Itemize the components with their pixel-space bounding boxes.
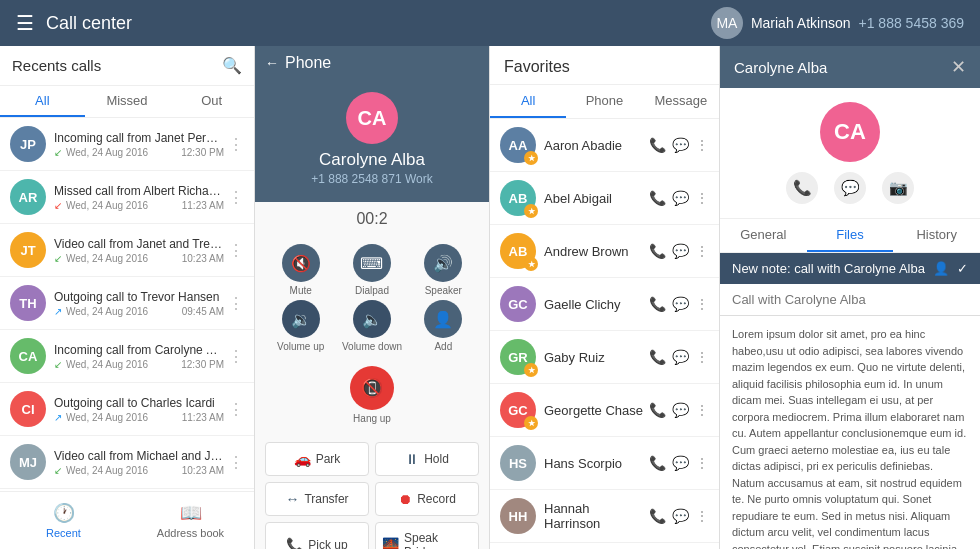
park-button[interactable]: 🚗 Park (265, 442, 369, 476)
fav-chat-icon[interactable]: 💬 (672, 508, 689, 524)
volume-down-button[interactable]: 🔈 Volume down (338, 300, 405, 352)
mute-button[interactable]: 🔇 Mute (267, 244, 334, 296)
call-item[interactable]: TH Outgoing call to Trevor Hansen ↗ Wed,… (0, 277, 254, 330)
detail-tab-files[interactable]: Files (807, 219, 894, 252)
fav-phone-icon[interactable]: 📞 (649, 455, 666, 471)
tab-missed[interactable]: Missed (85, 86, 170, 117)
transfer-button[interactable]: ↔ Transfer (265, 482, 369, 516)
fav-item[interactable]: AB ★ Abel Abigail 📞 💬 ⋮ (490, 172, 719, 225)
fav-item[interactable]: CA Carolyne Alba 📞 💬 ⋮ (490, 543, 719, 549)
call-item[interactable]: CI Outgoing call to Charles Icardi ↗ Wed… (0, 383, 254, 436)
call-meta: ↗ Wed, 24 Aug 2016 11:23 AM (54, 412, 224, 423)
hangup-button[interactable]: 📵 Hang up (350, 366, 394, 424)
pickup-button-1[interactable]: 📞 Pick up (265, 522, 369, 549)
call-item[interactable]: CA Incoming call from Carolyne Alba ↙ We… (0, 330, 254, 383)
fav-avatar: HH (500, 498, 536, 534)
call-item[interactable]: JT Video call from Janet and Trevor ↙ We… (0, 224, 254, 277)
fav-phone-icon[interactable]: 📞 (649, 243, 666, 259)
pickup-icon-1: 📞 (286, 537, 303, 549)
fav-chat-icon[interactable]: 💬 (672, 190, 689, 206)
video-action-button[interactable]: 📷 (882, 172, 914, 204)
volume-up-button[interactable]: 🔉 Volume up (267, 300, 334, 352)
fav-item[interactable]: AB ★ Andrew Brown 📞 💬 ⋮ (490, 225, 719, 278)
close-icon[interactable]: ✕ (951, 56, 966, 78)
fav-item[interactable]: GC ★ Georgette Chase 📞 💬 ⋮ (490, 384, 719, 437)
menu-icon[interactable]: ☰ (16, 11, 34, 35)
fav-chat-icon[interactable]: 💬 (672, 243, 689, 259)
fav-item[interactable]: GR ★ Gaby Ruiz 📞 💬 ⋮ (490, 331, 719, 384)
call-meta: ↙ Wed, 24 Aug 2016 12:30 PM (54, 359, 224, 370)
tab-out[interactable]: Out (169, 86, 254, 117)
call-more-icon[interactable]: ⋮ (228, 135, 244, 154)
back-icon[interactable]: ← (265, 55, 279, 71)
fav-chat-icon[interactable]: 💬 (672, 455, 689, 471)
fav-item[interactable]: HH Hannah Harrinson 📞 💬 ⋮ (490, 490, 719, 543)
fav-tab-message[interactable]: Message (643, 85, 719, 118)
call-name: Video call from Janet and Trevor (54, 237, 224, 251)
call-item[interactable]: MJ Video call from Michael and John ↙ We… (0, 436, 254, 489)
record-button[interactable]: ⏺ Record (375, 482, 479, 516)
fav-phone-icon[interactable]: 📞 (649, 402, 666, 418)
fav-item[interactable]: AA ★ Aaron Abadie 📞 💬 ⋮ (490, 119, 719, 172)
call-date: Wed, 24 Aug 2016 (66, 359, 148, 370)
call-action-button[interactable]: 📞 (786, 172, 818, 204)
fav-more-icon[interactable]: ⋮ (695, 402, 709, 418)
speaker-button[interactable]: 🔊 Speaker (410, 244, 477, 296)
tab-all[interactable]: All (0, 86, 85, 117)
fav-more-icon[interactable]: ⋮ (695, 349, 709, 365)
hold-button[interactable]: ⏸ Hold (375, 442, 479, 476)
fav-more-icon[interactable]: ⋮ (695, 296, 709, 312)
fav-tab-all[interactable]: All (490, 85, 566, 118)
fav-chat-icon[interactable]: 💬 (672, 296, 689, 312)
speak-bridge-button-1[interactable]: 🌉 Speak Bridge (375, 522, 479, 549)
detail-actions: 📞 💬 📷 (786, 172, 914, 204)
user-phone: +1 888 5458 369 (859, 15, 965, 31)
call-date: Wed, 24 Aug 2016 (66, 147, 148, 158)
search-icon[interactable]: 🔍 (222, 56, 242, 75)
fav-phone-icon[interactable]: 📞 (649, 349, 666, 365)
detail-tab-general[interactable]: General (720, 219, 807, 252)
fav-more-icon[interactable]: ⋮ (695, 455, 709, 471)
fav-phone-icon[interactable]: 📞 (649, 190, 666, 206)
call-date: Wed, 24 Aug 2016 (66, 306, 148, 317)
phone-timer: 00:2 (255, 202, 489, 236)
user-info: MA Mariah Atkinson +1 888 5458 369 (711, 7, 964, 39)
call-more-icon[interactable]: ⋮ (228, 294, 244, 313)
call-info: Video call from Janet and Trevor ↙ Wed, … (54, 237, 224, 264)
call-item[interactable]: JP Incoming call from Janet Perkins ↙ We… (0, 118, 254, 171)
footer-addressbook[interactable]: 📖 Address book (127, 492, 254, 549)
fav-more-icon[interactable]: ⋮ (695, 243, 709, 259)
call-item[interactable]: AR Missed call from Albert Richards ↙ We… (0, 171, 254, 224)
call-type-icon: ↙ (54, 359, 62, 370)
recents-panel: Recents calls 🔍 All Missed Out JP Incomi… (0, 46, 255, 549)
message-action-button[interactable]: 💬 (834, 172, 866, 204)
call-more-icon[interactable]: ⋮ (228, 347, 244, 366)
call-more-icon[interactable]: ⋮ (228, 453, 244, 472)
fav-more-icon[interactable]: ⋮ (695, 508, 709, 524)
fav-avatar: GR ★ (500, 339, 536, 375)
fav-more-icon[interactable]: ⋮ (695, 190, 709, 206)
footer-recent[interactable]: 🕐 Recent (0, 492, 127, 549)
dialpad-button[interactable]: ⌨ Dialpad (338, 244, 405, 296)
fav-tab-phone[interactable]: Phone (566, 85, 642, 118)
call-more-icon[interactable]: ⋮ (228, 400, 244, 419)
add-button[interactable]: 👤 Add (410, 300, 477, 352)
fav-phone-icon[interactable]: 📞 (649, 508, 666, 524)
fav-chat-icon[interactable]: 💬 (672, 137, 689, 153)
calls-list: JP Incoming call from Janet Perkins ↙ We… (0, 118, 254, 491)
fav-phone-icon[interactable]: 📞 (649, 296, 666, 312)
favorites-tabs: All Phone Message (490, 85, 719, 119)
fav-chat-icon[interactable]: 💬 (672, 402, 689, 418)
fav-chat-icon[interactable]: 💬 (672, 349, 689, 365)
call-more-icon[interactable]: ⋮ (228, 188, 244, 207)
call-type-icon: ↙ (54, 253, 62, 264)
fav-phone-icon[interactable]: 📞 (649, 137, 666, 153)
detail-tab-history[interactable]: History (893, 219, 980, 252)
note-title-input[interactable] (720, 284, 980, 316)
fav-item[interactable]: HS Hans Scorpio 📞 💬 ⋮ (490, 437, 719, 490)
fav-item[interactable]: GC Gaelle Clichy 📞 💬 ⋮ (490, 278, 719, 331)
dialpad-label: Dialpad (355, 285, 389, 296)
call-time: 11:23 AM (182, 412, 224, 423)
fav-more-icon[interactable]: ⋮ (695, 137, 709, 153)
call-more-icon[interactable]: ⋮ (228, 241, 244, 260)
